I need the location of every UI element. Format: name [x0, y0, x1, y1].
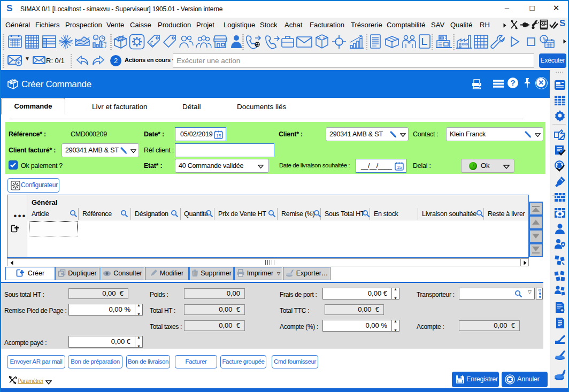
svg-text:A: A — [318, 36, 321, 40]
svg-text:B: B — [323, 36, 326, 40]
svg-text:15: 15 — [216, 133, 221, 139]
svg-text:15: 15 — [397, 165, 402, 170]
